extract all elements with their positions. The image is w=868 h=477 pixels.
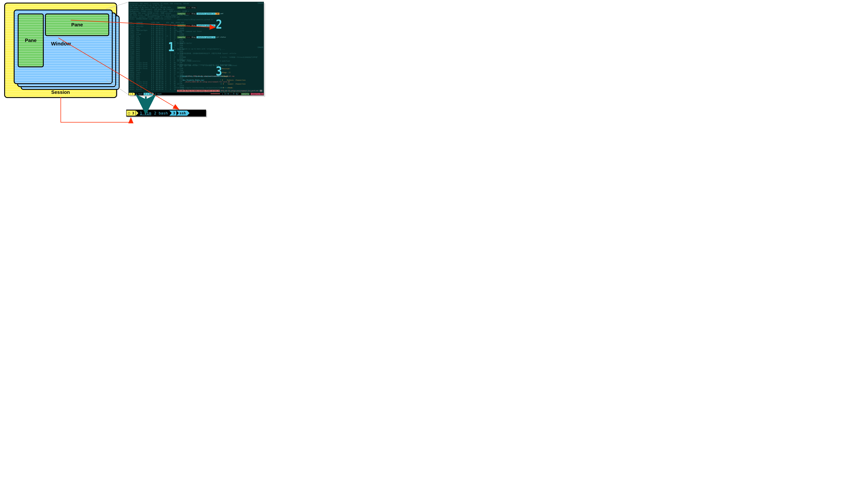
pane-digit-1: 1: [168, 42, 174, 52]
clock: ❮ 13:56 ❮ 25 Apr: [221, 93, 240, 95]
prompt-user: junyilu: [177, 7, 186, 9]
chevron-right-icon: [136, 110, 138, 116]
tmux-win-3[interactable]: 3 bash: [154, 93, 162, 95]
zoom-win-1[interactable]: 1 vim: [140, 111, 151, 115]
status-host: junyilu-mbp: [251, 93, 264, 95]
session-box: Pane Pane Window Session: [4, 3, 117, 98]
pane-left-label: Pane: [25, 38, 37, 43]
chevron-right-icon: [187, 110, 190, 116]
tmux-win-2-current[interactable]: 2 ❯ vim: [144, 93, 153, 95]
window-box-front: Pane Pane Window: [14, 9, 113, 84]
zoom-win-3-num[interactable]: 3: [172, 110, 177, 116]
pane-digit-2: 2: [216, 19, 221, 30]
zoom-session-indicator[interactable]: ▢ 3: [126, 110, 136, 116]
pane-digit-3: 3: [216, 66, 221, 76]
chevron-right-icon: [169, 110, 172, 116]
tmux-session-indicator[interactable]: ▢ 3: [129, 93, 134, 95]
window-label: Window: [51, 41, 71, 47]
tmux-win-1[interactable]: 1 bash: [135, 93, 144, 95]
vim-status-line: <15-04-16-how-to-make-windows-float-on-m…: [177, 90, 263, 92]
session-label: Session: [51, 90, 70, 95]
hearts-icon: ♥♥♥♥♥♥♥♥♥: [211, 93, 220, 95]
tmux-status-zoom: ▢ 3 1 vim 2 bash 3 ssh: [126, 110, 206, 116]
terminal-screenshot: 114x24 114x23 Processes: 356 total, 3 ru…: [128, 2, 264, 95]
pane-top-box: Pane: [45, 13, 109, 36]
pane-left-box: Pane: [18, 13, 44, 67]
status-user: junyilu: [241, 93, 250, 95]
bottom-right-vim-pane[interactable]: 1 --- 2 layout: article 3 title: "从0搭建一个…: [220, 47, 263, 92]
pane-top-label: Pane: [71, 22, 83, 28]
tmux-status-bar[interactable]: ▢ 3 1 bash 2 ❯ vim 3 bash ♥♥♥♥♥♥♥♥♥ ❮ 13…: [128, 93, 264, 95]
zoom-win-2[interactable]: 2 bash: [153, 111, 169, 115]
bottom-left-vim-pane[interactable]: 15 16 > 文章欢迎转载，但转载时请保留本段文字，并置于文章的 顶部 19 …: [177, 47, 219, 92]
